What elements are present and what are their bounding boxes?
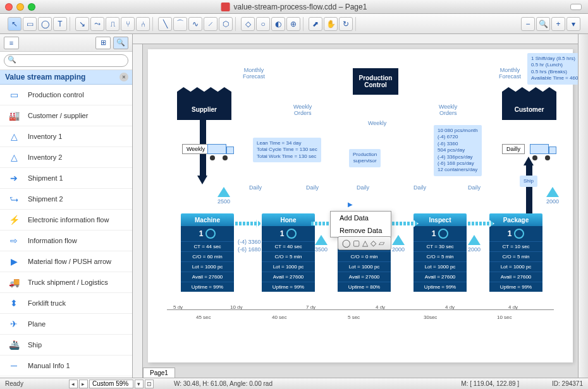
customer-shape[interactable]: Customer <box>502 87 556 120</box>
text-tool[interactable]: T <box>53 17 67 31</box>
zoom-in-button[interactable]: + <box>551 17 565 31</box>
close-window-button[interactable] <box>5 3 13 11</box>
truck-supplier[interactable] <box>207 144 235 158</box>
shape-item-0[interactable]: ▭Production control <box>0 85 132 105</box>
shape-item-12[interactable]: 🚢Ship <box>0 335 132 356</box>
process-hone[interactable]: Hone 1 CT = 40 secC/O = 5 minLot = 1000 … <box>262 213 315 292</box>
vsm-diagram: Monthly ForecastMonthly ForecastWeekly O… <box>148 49 573 362</box>
tree-tool-2[interactable]: ⑃ <box>136 17 150 31</box>
shape-item-6[interactable]: ⚡Electronic information flow <box>0 210 132 230</box>
process-data-row: C/O = 0 min <box>338 251 391 261</box>
traffic-lights <box>5 3 35 11</box>
supervisor-box[interactable]: Production supervisor <box>349 149 381 167</box>
page-prev[interactable]: ◂ <box>69 380 78 388</box>
pointer-tool[interactable]: ↖ <box>8 17 21 31</box>
shape-tool-4[interactable]: ⊕ <box>286 17 300 31</box>
sidebar-view-grid[interactable]: ⊞ <box>95 37 111 49</box>
zoom-out-button[interactable]: − <box>521 17 535 31</box>
shape-item-8[interactable]: ▶Material flow / PUSH arrow <box>0 251 132 272</box>
zoom-input[interactable] <box>89 380 133 388</box>
process-data-row: CT = 30 sec <box>413 241 467 251</box>
arc-tool[interactable]: ⌒ <box>173 17 187 31</box>
inventory-2000a[interactable] <box>392 235 405 245</box>
hand-tool[interactable]: ✋ <box>324 17 338 31</box>
inventory-3500[interactable] <box>315 235 328 245</box>
page-next[interactable]: ▸ <box>79 380 88 388</box>
line-tool[interactable]: ╲ <box>158 17 172 31</box>
inventory-2500[interactable] <box>217 187 230 197</box>
page-tab[interactable]: Page1 <box>143 368 175 378</box>
tree-tool[interactable]: ⑂ <box>121 17 135 31</box>
library-close-icon[interactable]: × <box>119 73 128 81</box>
connector-tool-2[interactable]: ⤳ <box>90 17 104 31</box>
process-data-row: C/O = 5 min <box>262 251 315 261</box>
zoom-menu[interactable]: ⊡ <box>145 380 154 388</box>
shape-item-9[interactable]: 🚚Truck shipment / Logistics <box>0 272 132 293</box>
push-arrow-2[interactable] <box>392 220 419 227</box>
shape-item-4[interactable]: ➔Shipment 1 <box>0 168 132 189</box>
sidebar-search-toggle[interactable]: 🔍 <box>113 37 128 49</box>
shape-tool-1[interactable]: ◇ <box>241 17 255 31</box>
ship-box[interactable]: Ship <box>520 176 537 187</box>
title-pill-button[interactable] <box>570 4 582 10</box>
inventory-2000c[interactable] <box>546 187 559 197</box>
process-data-row: Lot = 1000 pc <box>262 261 315 272</box>
curve-tool[interactable]: ∿ <box>188 17 202 31</box>
weekly-orders-right: Weekly Orders <box>439 104 457 116</box>
shape-item-2[interactable]: △Inventory 1 <box>0 126 132 147</box>
search-input[interactable] <box>4 54 128 67</box>
shape-item-7[interactable]: ⇨Information flow <box>0 230 132 251</box>
push-arrow-3[interactable] <box>468 220 494 227</box>
poly-tool[interactable]: ⬡ <box>219 17 233 31</box>
process-inspect[interactable]: Inspect 1 CT = 30 secC/O = 5 minLot = 10… <box>413 213 467 292</box>
rect-tool[interactable]: ▭ <box>23 17 37 31</box>
process-data-row: Avail = 27600 <box>489 272 542 282</box>
context-add-data[interactable]: Add Data <box>331 212 391 224</box>
connector-tool-3[interactable]: ⎍ <box>106 17 119 31</box>
zoom-fit-button[interactable]: 🔍 <box>536 17 550 31</box>
process-data-row: CT = 40 sec <box>262 241 315 251</box>
window-title: value-stream-process-flow.cdd – Page1 <box>221 3 367 11</box>
shape-item-5[interactable]: ⮑Shipment 2 <box>0 189 132 210</box>
rotate-tool[interactable]: ↻ <box>339 17 353 31</box>
shape-item-13[interactable]: ─Manual Info 1 <box>0 356 132 376</box>
drawing-page[interactable]: Monthly ForecastMonthly ForecastWeekly O… <box>148 49 573 362</box>
ship-daily-label[interactable]: Dailly <box>502 144 525 154</box>
shape-item-10[interactable]: ⬍Forklift truck <box>0 293 132 314</box>
production-control-box[interactable]: Production Control <box>353 68 398 95</box>
ship-weekly-label[interactable]: Weekly <box>182 144 209 154</box>
sidebar-tab-libraries[interactable]: ≡ <box>4 37 19 49</box>
shape-item-1[interactable]: 🏭Customer / supplier <box>0 105 132 126</box>
lean-time-box[interactable]: Lean Time = 34 day Total Cycle Time = 13… <box>253 138 321 162</box>
zoom-window-button[interactable] <box>28 3 35 11</box>
context-menu[interactable]: Add Data Remove Data <box>330 211 391 237</box>
push-arrow-0[interactable] <box>235 220 262 227</box>
library-header[interactable]: Value stream mapping × <box>0 70 132 85</box>
truck-customer[interactable] <box>530 144 558 158</box>
supplier-shape[interactable]: Supplier <box>177 87 231 120</box>
status-ready: Ready <box>5 380 23 387</box>
demand-box[interactable]: 10 080 pcs/month (-4) 6720 (-6) 3360 504… <box>434 125 482 176</box>
vertical-scrollbar[interactable] <box>578 34 588 378</box>
bezier-tool[interactable]: ⟋ <box>204 17 217 31</box>
ellipse-tool[interactable]: ◯ <box>38 17 52 31</box>
process-data-row: Uptime = 99% <box>413 282 467 292</box>
play-icon[interactable]: ▶ <box>348 201 353 208</box>
shape-tool-3[interactable]: ◐ <box>271 17 285 31</box>
daily-label-4: Daily <box>468 184 481 191</box>
context-shape-bar[interactable]: ◯▢△◇▱ <box>338 236 391 250</box>
pointer-alt[interactable]: ⬈ <box>309 17 322 31</box>
zoom-dropdown[interactable]: ▾ <box>567 17 580 31</box>
shape-item-3[interactable]: △Inventory 2 <box>0 147 132 168</box>
weekly-label: Weekly <box>368 120 386 126</box>
process-package[interactable]: Package 1 CT = 10 secC/O = 5 minLot = 10… <box>489 213 542 292</box>
zoom-step[interactable]: ▾ <box>135 380 144 388</box>
minimize-window-button[interactable] <box>16 3 24 11</box>
process-machine[interactable]: Machine 1 CT = 44 secC/O = 60 minLot = 1… <box>181 213 234 292</box>
shape-tool-2[interactable]: ○ <box>256 17 270 31</box>
connector-tool-1[interactable]: ↘ <box>75 17 89 31</box>
shift-info-box[interactable]: 1 Shift/day (8.5 hrs) 0.5 hr (Lunch) 0.5… <box>527 53 583 85</box>
context-remove-data[interactable]: Remove Data <box>331 224 391 237</box>
shape-item-11[interactable]: ✈Plane <box>0 314 132 335</box>
inventory-2000b[interactable] <box>468 235 481 245</box>
